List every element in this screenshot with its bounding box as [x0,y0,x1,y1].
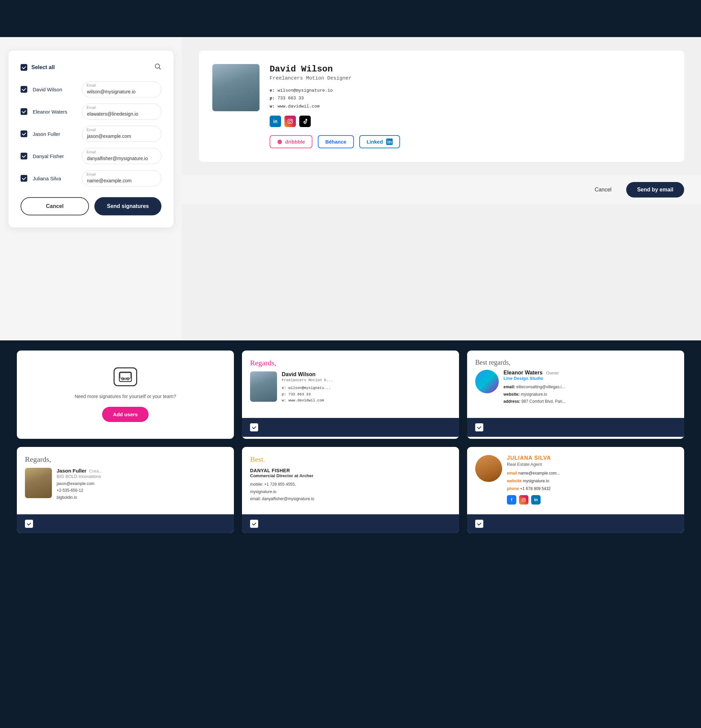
user-row-danyal: Danyal Fisher Email [20,148,162,164]
card-jason-checkbox[interactable] [25,520,33,528]
add-users-button[interactable]: Add users [102,407,148,422]
card-danyal: Best. DANYAL FISHER Commercial Director … [242,447,459,533]
card-eleanor-row: Eleanor Waters Owner Line Design Studio … [475,370,676,406]
card-david-script: Regards, [250,358,451,367]
juliana-linkedin-icon: in [531,495,541,504]
send-by-email-button[interactable]: Send by email [626,182,684,198]
danyal-email: email: danyalfisher@mysignature.io [250,495,451,503]
card-jason-body: Regards, Jason Fuller Crea... BIG BOLD I… [17,447,234,514]
checkbox-juliana[interactable] [20,175,27,182]
card-eleanor-script: Best regards, [475,358,676,366]
send-signatures-button[interactable]: Send signatures [94,197,162,215]
card-david-info: David Wilson Freelancers Motion D... e: … [282,371,333,404]
cards-grid: Need more signatures for yourself or you… [0,340,701,543]
email-label-juliana: Email [87,172,96,176]
search-button[interactable] [154,63,162,72]
checkbox-jason[interactable] [20,130,27,137]
preview-avatar [212,64,260,111]
email-wrap-danyal: Email [82,148,162,164]
juliana-socials: f in [507,495,560,504]
preview-title: Freelancers Motion Designer [270,75,671,81]
cards-section: Need more signatures for yourself or you… [0,340,701,563]
card-jason-info: Jason Fuller Crea... BIG BOLD Innovation… [56,468,103,501]
david-avatar [250,371,277,402]
send-email-bar: Cancel Send by email [182,175,701,204]
card-danyal-body: Best. DANYAL FISHER Commercial Director … [242,447,459,514]
svg-point-8 [127,378,129,380]
juliana-detail: email name@example.com... website mysign… [507,469,560,493]
card-juliana-row: JULIANA SILVA Real Estate Agent email na… [475,455,676,504]
card-eleanor-body: Best regards, Eleanor Waters Owner Line … [467,351,684,418]
danyal-mobile: mobile: +1 729 855 4555, [250,481,451,488]
jason-website: bigboldin.io [56,494,103,501]
preview-website: w: www.davidwil.com [270,103,671,110]
modal-header: Select all [20,63,162,72]
svg-point-7 [122,378,124,380]
user-row-eleanor: Eleanor Waters Email [20,104,162,120]
juliana-website: website mysignature.io [507,477,560,485]
tiktok-icon [299,116,311,127]
card-eleanor: Best regards, Eleanor Waters Owner Line … [467,351,684,439]
right-panel: David Wilson Freelancers Motion Designer… [182,37,701,340]
jason-company: BIG BOLD Innovations [56,474,103,479]
card-david-name: David Wilson [282,371,333,377]
checkbox-david[interactable] [20,86,27,93]
juliana-facebook-icon: f [507,495,516,504]
sphere-icon [475,370,499,393]
svg-point-3 [291,120,292,121]
preview-contact: e: wilson@mysignature.io p: 733 663 33 w… [270,87,671,110]
juliana-name: JULIANA SILVA [507,455,560,461]
juliana-phone: phone +1 678 909 5432 [507,485,560,493]
linkedin-icon: in [270,116,281,127]
email-wrap-juliana: Email [82,170,162,186]
modal-buttons: Cancel Send signatures [20,197,162,215]
user-row-david: David Wilson Email [20,81,162,97]
card-david-checkbox[interactable] [250,423,258,431]
checkbox-danyal[interactable] [20,153,27,159]
email-label-danyal: Email [87,150,96,154]
svg-point-4 [278,140,282,144]
svg-point-12 [525,499,525,499]
card-eleanor-footer [467,418,684,437]
card-danyal-checkbox[interactable] [250,520,258,528]
cancel-email-button[interactable]: Cancel [585,182,621,198]
select-all-checkbox[interactable] [20,64,27,71]
preview-name: David Wilson [270,64,671,74]
card-danyal-footer [242,514,459,533]
jason-tag: Crea... [89,468,103,474]
email-wrap-david: Email [82,81,162,97]
instagram-icon [285,116,296,127]
card-david-row: David Wilson Freelancers Motion D... e: … [250,371,451,404]
behance-badge: Béhance [318,135,354,148]
main-content: Select all David Wilson Email [0,37,701,340]
eleanor-email: email: eliteconsalting@villegas.i... [503,384,565,391]
card-david: Regards, David Wilson Freelancers Motion… [242,351,459,439]
checkbox-eleanor[interactable] [20,108,27,115]
card-jason: Regards, Jason Fuller Crea... BIG BOLD I… [17,447,234,533]
send-modal: Select all David Wilson Email [9,51,173,227]
jason-phone: +2-535-656-12 [56,487,103,494]
select-all-row[interactable]: Select all [20,64,55,71]
card-danyal-script: Best. [250,455,451,464]
svg-point-0 [155,64,160,68]
svg-rect-5 [119,372,132,381]
eleanor-detail: email: eliteconsalting@villegas.i... web… [503,384,565,406]
card-juliana-checkbox[interactable] [475,520,483,528]
user-row-jason: Jason Fuller Email [20,126,162,142]
jason-email: jason@example.com [56,480,103,487]
card-eleanor-checkbox[interactable] [475,423,483,431]
eleanor-name-line: Eleanor Waters Owner [503,370,565,376]
user-name-eleanor: Eleanor Waters [33,109,77,115]
svg-point-2 [289,120,292,123]
email-label-eleanor: Email [87,105,96,110]
cassette-icon [114,367,137,386]
card-juliana-footer [467,514,684,533]
juliana-instagram-icon [519,495,529,504]
preview-badges: dribbble Béhance Linkedin [270,135,671,148]
svg-point-11 [523,499,525,501]
cancel-button[interactable]: Cancel [20,197,89,215]
jason-name-line: Jason Fuller Crea... [56,468,103,474]
email-label-david: Email [87,83,96,87]
juliana-email: email name@example.com... [507,469,560,477]
user-name-jason: Jason Fuller [33,131,77,137]
